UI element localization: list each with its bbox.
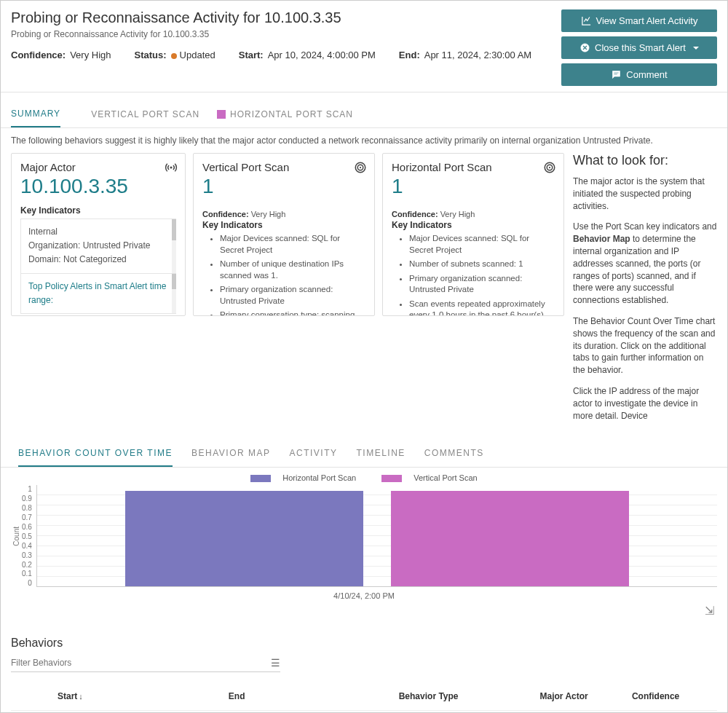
list-item: Primary organization scanned: Untrusted … bbox=[409, 273, 555, 296]
vertical-count: 1 bbox=[202, 175, 365, 198]
col-confidence[interactable]: Confidence bbox=[626, 682, 717, 711]
major-actor-key-indicators-label: Key Indicators bbox=[20, 205, 176, 216]
lookfor-p3: The Behavior Count Over Time chart shows… bbox=[573, 315, 717, 377]
export-chart-icon[interactable]: ⇲ bbox=[705, 604, 714, 618]
target-icon bbox=[543, 161, 556, 174]
vertical-conf-label: Confidence: bbox=[202, 210, 249, 218]
tab-horizontal-label: HORIZONTAL PORT SCAN bbox=[230, 109, 353, 119]
filter-icon[interactable]: ☰ bbox=[271, 657, 280, 669]
view-smart-alert-activity-button[interactable]: View Smart Alert Activity bbox=[561, 9, 717, 32]
bar-vertical-port-scan[interactable] bbox=[391, 491, 629, 586]
confidence-value: Very High bbox=[70, 50, 111, 60]
page-title: Probing or Reconnaissance Activity for 1… bbox=[11, 9, 561, 26]
svg-point-4 bbox=[360, 167, 361, 168]
horizontal-indicator-list: Major Devices scanned: SQL for Secret Pr… bbox=[392, 233, 555, 316]
horizontal-conf-label: Confidence: bbox=[392, 210, 438, 218]
tab-vertical-port-scan[interactable]: VERTICAL PORT SCAN bbox=[78, 109, 199, 127]
list-item: Number of subnets scanned: 1 bbox=[409, 259, 555, 270]
confidence-label: Confidence: bbox=[11, 50, 66, 60]
major-actor-heading: Major Actor bbox=[20, 161, 176, 173]
svg-point-1 bbox=[170, 167, 173, 169]
lookfor-heading: What to look for: bbox=[573, 153, 717, 168]
chart-plot-area bbox=[36, 485, 717, 587]
comment-icon bbox=[611, 69, 622, 80]
behaviors-table: Start↓ End Behavior Type Major Actor Con… bbox=[11, 682, 717, 713]
bar-horizontal-port-scan[interactable] bbox=[125, 491, 363, 586]
chart-y-axis-label: Count bbox=[11, 527, 22, 546]
status-value: Updated bbox=[180, 50, 215, 60]
col-start[interactable]: Start↓ bbox=[52, 682, 223, 711]
list-item: Scan events repeated approximately every… bbox=[409, 299, 555, 316]
meta-row: Confidence:Very High Status:Updated Star… bbox=[11, 50, 561, 60]
major-actor-line-org: Organization: Untrusted Private bbox=[28, 239, 169, 253]
close-circle-icon bbox=[579, 42, 590, 53]
summary-intro-text: The following behaviors suggest it is hi… bbox=[1, 128, 727, 153]
end-value: Apr 11, 2024, 2:30:00 AM bbox=[424, 50, 531, 60]
start-value: Apr 10, 2024, 4:00:00 PM bbox=[268, 50, 376, 60]
chart-x-axis-label: 4/10/24, 2:00 PM bbox=[11, 591, 717, 600]
lookfor-p1: The major actor is the system that initi… bbox=[573, 176, 717, 212]
target-icon bbox=[354, 161, 367, 174]
sort-desc-icon: ↓ bbox=[79, 692, 83, 701]
horizontal-conf-value: Very High bbox=[440, 210, 475, 218]
lookfor-p2: Use the Port Scan key indicators and Beh… bbox=[573, 221, 717, 307]
list-item: Primary organization scanned: Untrusted … bbox=[220, 284, 365, 307]
tab-comments[interactable]: COMMENTS bbox=[424, 448, 484, 467]
col-major-actor[interactable]: Major Actor bbox=[534, 682, 626, 711]
vertical-swatch-icon bbox=[78, 110, 87, 119]
filter-behaviors-input[interactable] bbox=[11, 658, 271, 668]
major-actor-details: Internal Organization: Untrusted Private… bbox=[20, 218, 176, 274]
page-subtitle: Probing or Reconnaissance Activity for 1… bbox=[11, 29, 561, 39]
tab-vertical-label: VERTICAL PORT SCAN bbox=[91, 109, 199, 119]
horizontal-key-indicators-label: Key Indicators bbox=[392, 220, 555, 230]
tab-behavior-count-over-time[interactable]: BEHAVIOR COUNT OVER TIME bbox=[18, 448, 173, 467]
tab-activity[interactable]: ACTIVITY bbox=[290, 448, 338, 467]
scrollbar[interactable] bbox=[172, 274, 176, 313]
major-actor-line-internal: Internal bbox=[28, 225, 169, 239]
policy-alerts-box: Top Policy Alerts in Smart Alert time ra… bbox=[20, 274, 176, 314]
legend-item-vertical[interactable]: Vertical Port Scan bbox=[376, 473, 483, 482]
tab-horizontal-port-scan[interactable]: HORIZONTAL PORT SCAN bbox=[217, 109, 353, 127]
major-actor-ip[interactable]: 10.100.3.35 bbox=[20, 175, 176, 198]
end-label: End: bbox=[399, 50, 420, 60]
status-dot-icon bbox=[171, 53, 177, 59]
horizontal-count: 1 bbox=[392, 175, 555, 198]
horizontal-card-heading: Horizontal Port Scan bbox=[392, 161, 555, 173]
vertical-card-heading: Vertical Port Scan bbox=[202, 161, 365, 173]
col-end[interactable]: End bbox=[223, 682, 393, 711]
tab-timeline[interactable]: TIMELINE bbox=[357, 448, 405, 467]
list-item: Major Devices scanned: SQL for Secret Pr… bbox=[409, 233, 555, 256]
close-smart-alert-button[interactable]: Close this Smart Alert bbox=[561, 36, 717, 59]
list-item: Number of unique destination IPs scanned… bbox=[220, 259, 365, 281]
top-policy-alerts-link[interactable]: Top Policy Alerts in Smart Alert time ra… bbox=[28, 280, 169, 307]
major-actor-line-domain: Domain: Not Categorized bbox=[28, 253, 169, 267]
what-to-look-for-panel: What to look for: The major actor is the… bbox=[573, 153, 717, 430]
major-actor-card: Major Actor 10.100.3.35 Key Indicators I… bbox=[11, 153, 186, 316]
vertical-conf-value: Very High bbox=[251, 210, 286, 218]
legend-swatch-icon bbox=[250, 475, 271, 482]
scrollbar[interactable] bbox=[172, 219, 176, 273]
tab-summary[interactable]: SUMMARY bbox=[11, 109, 60, 127]
lookfor-p4: Click the IP address of the major actor … bbox=[573, 385, 717, 422]
broadcast-icon bbox=[165, 161, 178, 174]
col-behavior-type[interactable]: Behavior Type bbox=[393, 682, 534, 711]
activity-icon bbox=[581, 15, 592, 26]
view-activity-label: View Smart Alert Activity bbox=[596, 15, 698, 26]
behaviors-heading: Behaviors bbox=[11, 637, 717, 650]
comment-label: Comment bbox=[626, 69, 667, 80]
start-label: Start: bbox=[239, 50, 264, 60]
comment-button[interactable]: Comment bbox=[561, 63, 717, 86]
close-alert-label: Close this Smart Alert bbox=[595, 42, 686, 53]
list-item: Major Devices scanned: SQL for Secret Pr… bbox=[220, 233, 365, 256]
vertical-port-scan-card: Vertical Port Scan 1 Confidence: Very Hi… bbox=[193, 153, 375, 316]
vertical-key-indicators-label: Key Indicators bbox=[202, 220, 365, 230]
vertical-indicator-list: Major Devices scanned: SQL for Secret Pr… bbox=[202, 233, 365, 316]
svg-point-7 bbox=[549, 167, 550, 168]
tab-behavior-map[interactable]: BEHAVIOR MAP bbox=[191, 448, 270, 467]
horizontal-swatch-icon bbox=[217, 110, 226, 119]
legend-item-horizontal[interactable]: Horizontal Port Scan bbox=[245, 473, 362, 482]
behavior-count-chart: Horizontal Port Scan Vertical Port Scan … bbox=[1, 468, 727, 600]
horizontal-port-scan-card: Horizontal Port Scan 1 Confidence: Very … bbox=[382, 153, 564, 316]
legend-swatch-icon bbox=[381, 475, 402, 482]
chart-y-ticks: 10.90.80.70.60.50.40.30.20.10 bbox=[22, 485, 36, 587]
